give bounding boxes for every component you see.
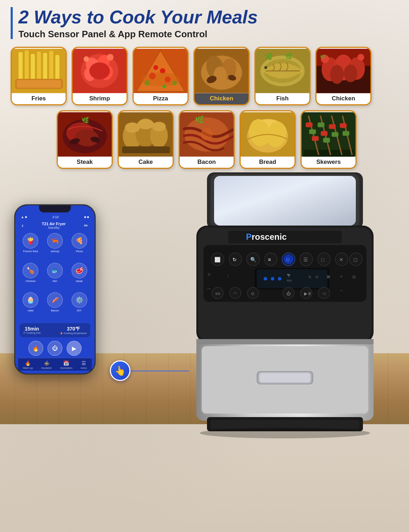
svg-text:🌿: 🌿 [82,117,89,124]
svg-rect-2 [25,50,29,79]
phone-nav-insulation-label: Insulation [41,367,52,369]
phone-icon-cake: 🧁 [23,292,38,308]
phone-menu-steak[interactable]: 🥩 steak [68,263,90,290]
svg-text:🔍: 🔍 [250,257,257,263]
svg-point-125 [271,277,274,281]
phone-menu-cake[interactable]: 🧁 cake [19,292,42,320]
svg-text:⬜: ⬜ [214,257,221,263]
svg-rect-93 [342,131,349,136]
phone-btn-play[interactable]: ▶ [67,341,82,356]
svg-point-72 [201,128,213,141]
phone-menu-shrimp[interactable]: 🦐 shrimp [44,233,66,260]
phone-time-value: 15min [23,326,41,332]
phone-menu-fish[interactable]: 🐟 fish [44,263,66,290]
svg-text:⊙: ⊙ [251,291,254,296]
food-card-chicken1-image [195,48,248,94]
phone-header: ‹ T21 Air Fryer Standby ✏ [18,220,92,231]
phone-nav-reservation[interactable]: 📅 reservation [60,360,73,369]
phone-nav-menu[interactable]: ☰ menu [81,360,87,369]
phone-nav-insulation[interactable]: 🍲 Insulation [41,360,52,369]
food-card-chicken1[interactable]: Chicken [194,47,250,105]
food-card-steak[interactable]: 🌿 Steak [57,110,113,169]
svg-rect-9 [17,80,61,88]
svg-rect-87 [318,123,324,127]
header-section: 2 Ways to Cook Your Meals Touch Sensor P… [11,7,398,40]
phone-device-name: T21 Air Fryer [23,222,84,226]
phone-label-shrimp: shrimp [51,250,59,253]
food-card-fish[interactable]: 🌿 🌿 Fish [254,47,310,105]
svg-text:◻: ◻ [353,257,358,262]
food-card-shrimp[interactable]: Shrimp [72,47,128,105]
phone-status: Standby [23,226,84,229]
phone-controls: 🔥 ⏻ ▶ [18,339,92,358]
svg-text:⊞: ⊞ [327,275,330,279]
phone-time: 2:12 [52,215,59,219]
phone-label-bacon: Bacon [51,309,59,312]
food-card-bread-image [241,111,295,157]
air-fryer-svg: Proscenic ⬜ ↻ [164,165,405,442]
svg-point-130 [315,276,318,278]
svg-text:□: □ [321,257,324,262]
svg-point-129 [308,276,311,278]
phone-mockup: ▲ ■ 2:12 ■ ■ ‹ T21 Air Fryer Standby ✏ [14,204,96,375]
food-card-steak-image: 🌿 [58,111,112,157]
phone-btn-warmup[interactable]: 🔥 [28,341,43,356]
svg-rect-91 [332,132,338,137]
svg-rect-97 [214,176,356,226]
svg-rect-86 [312,136,319,141]
svg-rect-84 [306,123,313,127]
svg-rect-85 [309,129,316,134]
svg-point-124 [264,277,267,281]
food-card-skewers[interactable]: Skewers [301,110,357,169]
phone-notch [39,205,71,212]
phone-status-bar: ▲ ■ 2:12 ■ ■ [18,215,92,219]
food-card-cake-image [119,111,173,157]
phone-nav-menu-label: menu [81,367,87,369]
phone-menu-fries[interactable]: 🍟 French fries [19,233,42,260]
svg-rect-79 [303,150,354,156]
phone-bottom-nav: 🔥 Warm up 🍲 Insulation 📅 reservation [18,358,92,371]
phone-cooking-temp: 370℉ 🔥 Cooking temperature [60,326,87,334]
svg-rect-156 [259,373,310,382]
phone-menu-diy[interactable]: ⚙️ DIY [68,292,90,320]
svg-rect-4 [37,51,41,79]
svg-point-126 [278,277,281,281]
phone-edit-btn[interactable]: ✏ [84,223,88,228]
phone-btn-power[interactable]: ⏻ [47,341,62,356]
phone-nav-warmup[interactable]: 🔥 Warm up [23,360,33,369]
food-card-bread[interactable]: Bread [240,110,296,169]
svg-rect-158 [211,420,359,429]
svg-text:✕: ✕ [339,257,343,262]
food-card-pizza-image [134,48,187,94]
food-card-cake[interactable]: Cake [118,110,174,169]
phone-label-fish: fish [53,279,57,283]
svg-text:▶⏸: ▶⏸ [304,291,312,296]
svg-text:🌿: 🌿 [285,52,292,60]
svg-text:≡: ≡ [268,257,271,262]
food-card-fries[interactable]: Fries [11,47,67,105]
food-card-bacon[interactable]: 🌿 Bacon [179,110,235,169]
phone-cooking-time: 15min ⏱ Cooking time [23,326,41,334]
food-label-shrimp: Shrimp [73,93,127,104]
food-row-2: 🌿 Steak [11,110,398,169]
phone-menu-pizza[interactable]: 🍕 Pizza [68,233,90,260]
svg-point-16 [89,62,110,79]
phone-device: ▲ ■ 2:12 ■ ■ ‹ T21 Air Fryer Standby ✏ [14,204,96,375]
svg-text:⊙: ⊙ [286,257,290,262]
main-title: 2 Ways to Cook Your Meals [18,7,258,27]
food-card-chicken2[interactable]: 🌿 Chicken [315,47,371,105]
phone-icon-diy: ⚙️ [72,292,87,308]
phone-menu-bacon[interactable]: 🥓 Bacon [44,292,66,320]
phone-time-label: ⏱ Cooking time [23,332,41,334]
phone-menu-chicken[interactable]: 🍗 Chicken [19,263,42,290]
svg-rect-3 [31,54,35,79]
phone-nav-reservation-label: reservation [60,367,73,369]
phone-temp-value: 370℉ [60,326,87,332]
food-card-fries-image [12,48,66,94]
svg-rect-5 [43,53,47,79]
food-label-chicken2: Chicken [316,93,370,104]
svg-text:◠: ◠ [233,291,237,296]
food-card-pizza[interactable]: Pizza [133,47,189,105]
food-card-skewers-image [302,111,355,157]
svg-text:℉: ℉ [287,273,290,278]
